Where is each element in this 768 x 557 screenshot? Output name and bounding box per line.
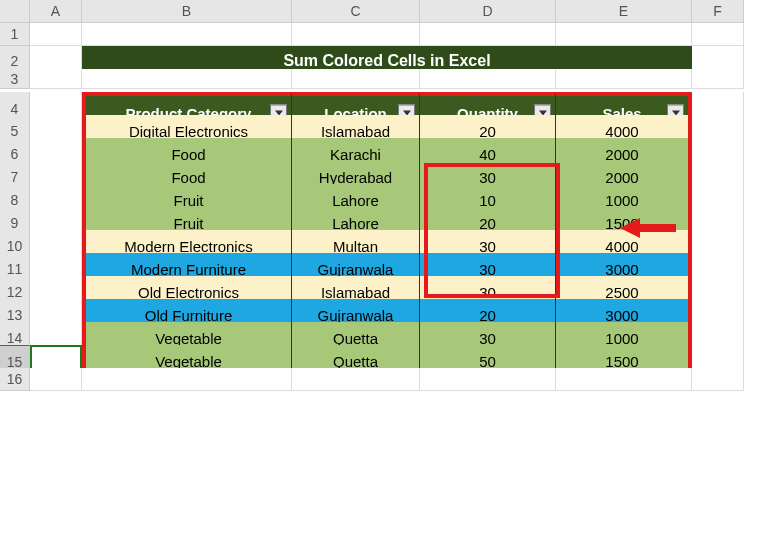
col-C[interactable]: C — [292, 0, 420, 23]
cell-E16[interactable] — [556, 368, 692, 391]
cell-A1[interactable] — [30, 23, 82, 46]
col-D[interactable]: D — [420, 0, 556, 23]
cell-C16[interactable] — [292, 368, 420, 391]
row-1[interactable]: 1 — [0, 23, 30, 46]
row-16[interactable]: 16 — [0, 368, 30, 391]
col-E[interactable]: E — [556, 0, 692, 23]
cell-C1[interactable] — [292, 23, 420, 46]
cell-F16[interactable] — [692, 368, 744, 391]
cell-F1[interactable] — [692, 23, 744, 46]
cell-C3[interactable] — [292, 69, 420, 89]
cell-D1[interactable] — [420, 23, 556, 46]
col-B[interactable]: B — [82, 0, 292, 23]
row-3[interactable]: 3 — [0, 69, 30, 89]
cell-B3[interactable] — [82, 69, 292, 89]
col-A[interactable]: A — [30, 0, 82, 23]
cell-D3[interactable] — [420, 69, 556, 89]
cell-D16[interactable] — [420, 368, 556, 391]
cell-E1[interactable] — [556, 23, 692, 46]
cell-E3[interactable] — [556, 69, 692, 89]
cell-B1[interactable] — [82, 23, 292, 46]
cell-B16[interactable] — [82, 368, 292, 391]
select-all-corner[interactable] — [0, 0, 30, 23]
cell-A3[interactable] — [30, 69, 82, 89]
cell-A16[interactable] — [30, 368, 82, 391]
cell-F3[interactable] — [692, 69, 744, 89]
col-F[interactable]: F — [692, 0, 744, 23]
